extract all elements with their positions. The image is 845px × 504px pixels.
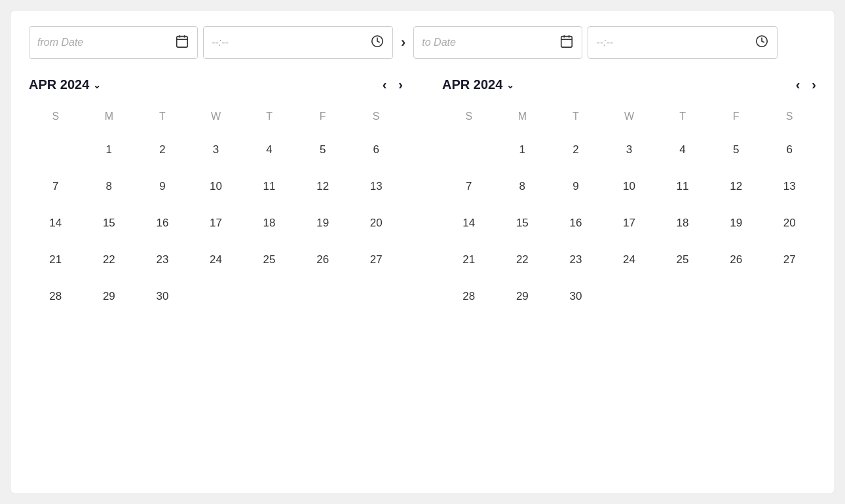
left-day-header-t1: T — [136, 105, 189, 128]
right-day-25[interactable]: 25 — [656, 243, 709, 277]
from-date-field[interactable] — [29, 26, 198, 59]
from-time-clock-icon[interactable] — [370, 34, 385, 52]
left-month-dropdown-icon[interactable]: ⌄ — [93, 80, 101, 90]
right-day-empty-3 — [656, 279, 709, 314]
left-day-14[interactable]: 14 — [29, 206, 83, 240]
left-day-1[interactable]: 1 — [83, 133, 136, 167]
to-time-input[interactable] — [596, 37, 755, 48]
right-day-16[interactable]: 16 — [549, 206, 603, 240]
right-prev-month-button[interactable]: ‹ — [796, 77, 800, 92]
right-day-header-m: M — [496, 105, 550, 128]
left-day-15[interactable]: 15 — [83, 206, 136, 240]
left-day-25[interactable]: 25 — [242, 243, 296, 277]
left-day-header-t2: T — [242, 105, 296, 128]
left-day-3[interactable]: 3 — [189, 133, 243, 167]
left-day-24[interactable]: 24 — [189, 243, 243, 277]
right-day-21[interactable]: 21 — [442, 243, 496, 277]
left-day-21[interactable]: 21 — [29, 243, 83, 277]
left-day-13[interactable]: 13 — [349, 170, 403, 204]
right-day-9[interactable]: 9 — [549, 170, 603, 204]
right-day-24[interactable]: 24 — [603, 243, 656, 277]
left-day-16[interactable]: 16 — [136, 206, 189, 240]
right-day-19[interactable]: 19 — [709, 206, 763, 240]
left-day-7[interactable]: 7 — [29, 170, 83, 204]
right-day-8[interactable]: 8 — [496, 170, 550, 204]
right-day-2[interactable]: 2 — [549, 133, 603, 167]
right-day-11[interactable]: 11 — [656, 170, 709, 204]
right-day-15[interactable]: 15 — [496, 206, 550, 240]
left-day-10[interactable]: 10 — [189, 170, 243, 204]
left-day-17[interactable]: 17 — [189, 206, 243, 240]
right-day-18[interactable]: 18 — [656, 206, 709, 240]
right-day-22[interactable]: 22 — [496, 243, 550, 277]
left-day-9[interactable]: 9 — [136, 170, 189, 204]
right-day-empty — [442, 133, 496, 167]
left-day-header-s1: S — [29, 105, 83, 128]
left-day-4[interactable]: 4 — [242, 133, 296, 167]
right-day-empty-2 — [603, 279, 656, 314]
right-day-1[interactable]: 1 — [496, 133, 550, 167]
right-day-5[interactable]: 5 — [709, 133, 763, 167]
to-time-clock-icon[interactable] — [755, 34, 769, 52]
left-day-19[interactable]: 19 — [296, 206, 350, 240]
left-day-18[interactable]: 18 — [242, 206, 296, 240]
right-day-12[interactable]: 12 — [709, 170, 763, 204]
left-day-8[interactable]: 8 — [83, 170, 136, 204]
from-date-calendar-icon[interactable] — [175, 34, 189, 52]
left-day-headers: S M T W T F S — [29, 105, 403, 128]
right-month-year[interactable]: APR 2024 ⌄ — [442, 77, 514, 92]
left-week-1: 1 2 3 4 5 6 — [29, 133, 403, 167]
left-day-23[interactable]: 23 — [136, 243, 189, 277]
from-time-input[interactable] — [212, 37, 370, 48]
to-date-input[interactable] — [422, 37, 559, 48]
left-day-6[interactable]: 6 — [349, 133, 403, 167]
to-date-calendar-icon[interactable] — [559, 34, 574, 52]
right-day-3[interactable]: 3 — [603, 133, 656, 167]
left-day-2[interactable]: 2 — [136, 133, 189, 167]
right-day-7[interactable]: 7 — [442, 170, 496, 204]
left-calendar-header: APR 2024 ⌄ ‹ › — [29, 77, 403, 92]
right-day-23[interactable]: 23 — [549, 243, 603, 277]
right-day-empty-4 — [709, 279, 763, 314]
left-day-28[interactable]: 28 — [29, 279, 83, 314]
to-date-field[interactable] — [413, 26, 582, 59]
right-day-26[interactable]: 26 — [709, 243, 763, 277]
left-day-27[interactable]: 27 — [349, 243, 403, 277]
right-day-29[interactable]: 29 — [496, 279, 550, 314]
right-week-5: 28 29 30 — [442, 279, 816, 314]
svg-rect-0 — [177, 36, 188, 46]
right-next-month-button[interactable]: › — [812, 77, 816, 92]
right-day-17[interactable]: 17 — [603, 206, 656, 240]
right-day-13[interactable]: 13 — [762, 170, 816, 204]
to-time-field[interactable] — [588, 26, 778, 59]
right-day-20[interactable]: 20 — [762, 206, 816, 240]
right-day-27[interactable]: 27 — [762, 243, 816, 277]
left-month-year[interactable]: APR 2024 ⌄ — [29, 77, 101, 92]
right-day-6[interactable]: 6 — [762, 133, 816, 167]
left-week-3: 14 15 16 17 18 19 20 — [29, 206, 403, 240]
right-day-header-t2: T — [656, 105, 709, 128]
left-day-5[interactable]: 5 — [296, 133, 350, 167]
right-week-2: 7 8 9 10 11 12 13 — [442, 170, 816, 204]
left-nav-arrows: ‹ › — [383, 77, 403, 92]
right-day-30[interactable]: 30 — [549, 279, 603, 314]
right-day-4[interactable]: 4 — [656, 133, 709, 167]
from-time-field[interactable] — [203, 26, 393, 59]
left-prev-month-button[interactable]: ‹ — [383, 77, 387, 92]
left-day-20[interactable]: 20 — [349, 206, 403, 240]
right-day-28[interactable]: 28 — [442, 279, 496, 314]
from-date-input[interactable] — [37, 37, 175, 48]
left-day-11[interactable]: 11 — [242, 170, 296, 204]
svg-rect-5 — [561, 36, 573, 46]
right-day-14[interactable]: 14 — [442, 206, 496, 240]
right-week-1: 1 2 3 4 5 6 — [442, 133, 816, 167]
right-month-dropdown-icon[interactable]: ⌄ — [506, 80, 514, 90]
left-day-30[interactable]: 30 — [136, 279, 189, 314]
left-day-26[interactable]: 26 — [296, 243, 350, 277]
left-day-29[interactable]: 29 — [83, 279, 136, 314]
left-day-12[interactable]: 12 — [296, 170, 350, 204]
right-day-headers: S M T W T F S — [442, 105, 816, 128]
right-day-10[interactable]: 10 — [603, 170, 656, 204]
left-next-month-button[interactable]: › — [398, 77, 403, 92]
left-day-22[interactable]: 22 — [83, 243, 136, 277]
